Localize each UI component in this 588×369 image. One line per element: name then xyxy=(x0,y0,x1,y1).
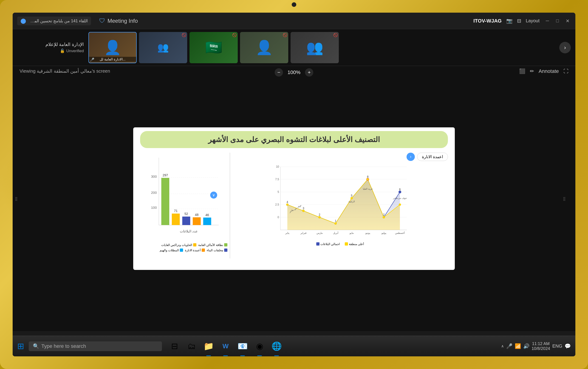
zoom-in-button[interactable]: + xyxy=(305,68,313,77)
participant-avatar-2: 👥 xyxy=(139,32,187,63)
restore-button[interactable]: □ xyxy=(554,18,561,24)
search-bar[interactable]: 🔍 Type here to search xyxy=(29,341,162,351)
mic-off-icon-3: 🚫 xyxy=(232,33,237,37)
tab-area: ⬤ اللقاء 141 من بلنامج تحسين المشهد الحض… xyxy=(17,17,91,25)
svg-text:5: 5 xyxy=(351,194,353,197)
participants-next-button[interactable]: › xyxy=(559,42,571,53)
bar-legend: نطاقة الأماكن العامة الحاويات وتراكس الغ… xyxy=(140,243,227,252)
participant-thumb-1[interactable]: 👤 الادارة العامة لل... 🎤 xyxy=(88,32,137,63)
participant-thumb-2[interactable]: 👥 🚫 xyxy=(139,32,187,63)
start-button[interactable]: ⊞ xyxy=(13,336,29,357)
subtitles-icon[interactable]: ⬛ xyxy=(519,68,525,74)
legend-5: المطلات والهيم xyxy=(160,248,183,252)
taskbar-app-task-view[interactable]: ⊟ xyxy=(167,336,183,357)
zoom-level: 100% xyxy=(288,70,300,75)
svg-point-37 xyxy=(286,204,288,206)
network-icon[interactable]: 📶 xyxy=(515,343,521,349)
title-right: ITOV-WJAG 📷 ⊟ Layout ─ □ ✕ xyxy=(473,18,571,24)
line-legend-1: اجمالي البلاغات xyxy=(316,242,340,246)
svg-point-44 xyxy=(399,204,401,206)
taskbar-app-zoom[interactable]: 🌐 xyxy=(268,336,284,357)
participant-avatar-4: 👤 xyxy=(240,32,288,63)
time-display: 11:12 AM xyxy=(532,341,550,346)
word-icon: W xyxy=(223,343,228,350)
svg-text:300: 300 xyxy=(151,174,157,178)
mic-off-icon-5: 🚫 xyxy=(333,33,338,37)
svg-text:2: 2 xyxy=(319,213,320,216)
svg-text:8: 8 xyxy=(367,175,369,178)
svg-text:مايو: مايو xyxy=(349,232,354,235)
svg-text:الزلفية: الزلفية xyxy=(348,200,355,203)
svg-text:فرية العليا: فرية العليا xyxy=(363,188,372,190)
bar-chart-svg: 300 200 100 297 71 xyxy=(140,153,227,240)
volume-icon[interactable]: 🔊 xyxy=(523,343,529,349)
title-bar: ⬤ اللقاء 141 من بلنامج تحسين المشهد الحض… xyxy=(13,13,575,29)
svg-text:2.5: 2.5 xyxy=(275,203,279,206)
bar-3 xyxy=(182,216,190,225)
notification-icon[interactable]: 💬 xyxy=(565,343,571,349)
shield-icon: 🛡 xyxy=(99,17,105,24)
line-chart-svg: 10 7.5 5 2.5 0 xyxy=(232,162,448,240)
laptop-frame: ⬤ اللقاء 141 من بلنامج تحسين المشهد الحض… xyxy=(0,0,588,369)
line-chart-area: › اعمدة الانارة xyxy=(232,153,448,258)
date-display: 10/8/2024 xyxy=(532,346,550,351)
svg-point-42 xyxy=(367,178,369,181)
svg-text:مارس: مارس xyxy=(316,232,323,235)
legend-label-4: أعمدة الانارة xyxy=(185,248,201,252)
taskbar-app-chrome[interactable]: ◉ xyxy=(252,336,268,357)
zoom-icon: ⬤ xyxy=(20,18,26,24)
svg-text:1: 1 xyxy=(335,219,336,223)
explorer-icon: 📁 xyxy=(204,341,214,351)
svg-text:أبريل: أبريل xyxy=(333,231,338,235)
expand-icon[interactable]: ⛶ xyxy=(563,68,568,74)
meeting-tab[interactable]: ⬤ اللقاء 141 من بلنامج تحسين المشهد الحض… xyxy=(17,17,91,25)
org-name: الإدارة العامة للإعلام xyxy=(46,42,84,47)
taskbar-app-widgets[interactable]: 🗂 xyxy=(184,336,200,357)
svg-text:جوف بني هاجر: جوف بني هاجر xyxy=(393,197,407,200)
close-button[interactable]: ✕ xyxy=(564,18,571,24)
language-indicator[interactable]: ENG xyxy=(552,343,562,349)
search-icon: 🔍 xyxy=(33,343,39,349)
taskbar-app-outlook[interactable]: 📧 xyxy=(235,336,251,357)
mic-tray-icon[interactable]: 🎤 xyxy=(506,343,512,349)
participant-avatar-3: 🇸🇦 xyxy=(189,32,238,63)
chart-divider xyxy=(230,153,230,258)
svg-text:10: 10 xyxy=(276,165,279,168)
hidden-icons-button[interactable]: ∧ xyxy=(501,344,504,348)
participant-thumb-3[interactable]: 🇸🇦 🚫 xyxy=(189,32,238,63)
line-chart-nav-button[interactable]: › xyxy=(407,153,415,161)
outlook-icon: 📧 xyxy=(237,341,248,351)
arabic-title-area: الإدارة العامة للإعلام 🔓 Unverified xyxy=(17,42,86,53)
legend-label-5: المطلات والهيم xyxy=(160,248,179,252)
bar-2 xyxy=(172,213,180,225)
side-dots-right: ⣿ xyxy=(563,196,573,201)
annotate-label[interactable]: Annotate xyxy=(539,68,559,74)
svg-text:7.5: 7.5 xyxy=(275,178,279,181)
svg-text:5: 5 xyxy=(277,190,279,194)
zoom-out-button[interactable]: − xyxy=(275,68,283,77)
camera-icon: 📷 xyxy=(506,18,512,24)
legend-dot-2 xyxy=(193,243,196,246)
taskbar-app-word[interactable]: W xyxy=(217,336,234,357)
legend-2: الحاويات وتراكس الغايات xyxy=(161,243,196,247)
taskbar-app-explorer[interactable]: 📁 xyxy=(201,336,216,357)
meeting-info-badge[interactable]: 🛡 Meeting Info xyxy=(95,16,142,26)
svg-point-38 xyxy=(302,210,304,212)
mic-off-icon-4: 🚫 xyxy=(283,33,287,37)
lights-button[interactable]: اعمدة الانارة xyxy=(417,153,448,161)
svg-text:يناير: يناير xyxy=(285,232,289,235)
svg-text:4: 4 xyxy=(287,200,288,204)
minimize-button[interactable]: ─ xyxy=(544,18,550,24)
zoom-controls: − 100% + xyxy=(275,68,313,77)
lock-icon: 🔓 xyxy=(60,49,65,53)
system-clock[interactable]: 11:12 AM 10/8/2024 xyxy=(532,341,550,351)
svg-text:200: 200 xyxy=(151,191,157,195)
windows-taskbar: ⊞ 🔍 Type here to search ⊟ 🗂 📁 W xyxy=(13,336,575,356)
svg-point-43 xyxy=(383,216,385,218)
svg-point-40 xyxy=(334,222,337,225)
annotate-icon: ✏ xyxy=(530,68,534,74)
participant-thumb-4[interactable]: 👤 🚫 xyxy=(240,32,288,63)
participant-thumb-5[interactable]: 👥 🚫 xyxy=(291,32,339,63)
bar-chart-area: 300 200 100 297 71 xyxy=(140,153,227,258)
svg-text:100: 100 xyxy=(151,205,157,209)
